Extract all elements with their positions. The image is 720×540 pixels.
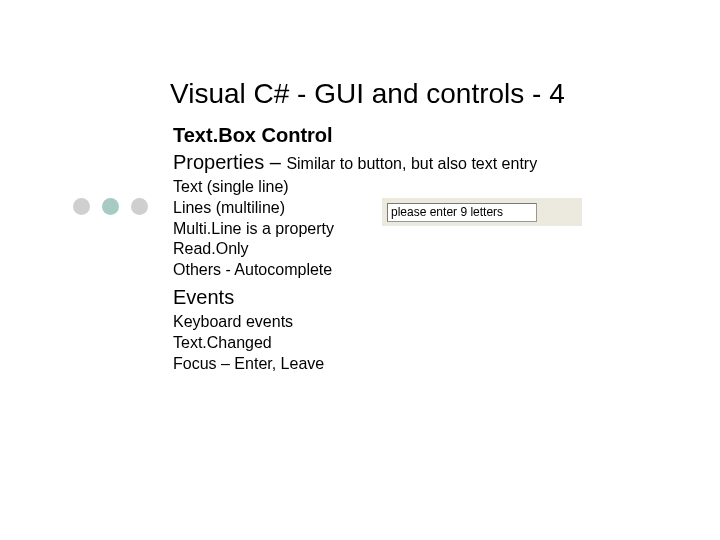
properties-label: Properties –	[173, 151, 286, 173]
property-item: Read.Only	[173, 239, 603, 260]
event-item: Text.Changed	[173, 333, 603, 354]
textbox-sample-panel	[382, 198, 582, 226]
property-item: Others - Autocomplete	[173, 260, 603, 281]
slide-title: Visual C# - GUI and controls - 4	[170, 78, 565, 110]
decorative-bullets	[73, 198, 148, 215]
property-item: Text (single line)	[173, 177, 603, 198]
content-block: Text.Box Control Properties – Similar to…	[173, 123, 603, 374]
bullet-icon	[73, 198, 90, 215]
bullet-icon	[131, 198, 148, 215]
sample-textbox[interactable]	[387, 203, 537, 222]
event-item: Keyboard events	[173, 312, 603, 333]
section-title: Text.Box Control	[173, 123, 603, 148]
event-item: Focus – Enter, Leave	[173, 354, 603, 375]
slide: Visual C# - GUI and controls - 4 Text.Bo…	[0, 0, 720, 540]
properties-line: Properties – Similar to button, but also…	[173, 150, 603, 175]
events-header: Events	[173, 285, 603, 310]
bullet-icon	[102, 198, 119, 215]
properties-detail: Similar to button, but also text entry	[286, 155, 537, 172]
